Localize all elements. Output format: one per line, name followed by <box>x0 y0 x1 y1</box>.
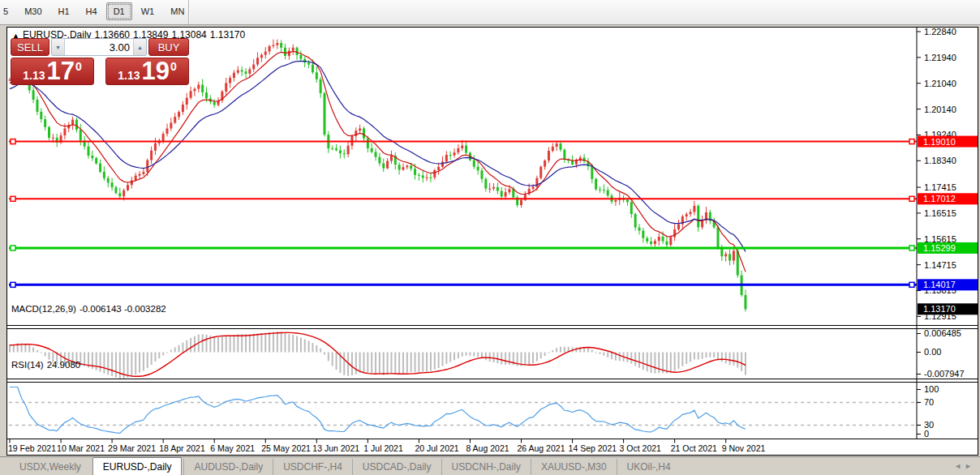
tab-usdchf-h4[interactable]: USDCHF-,H4 <box>273 459 352 475</box>
timeframe-m30[interactable]: M30 <box>17 2 49 20</box>
ask-quote[interactable]: 1.13 19 0 <box>105 58 189 85</box>
svg-text:1.17415: 1.17415 <box>924 182 956 192</box>
svg-text:1 Jul 2021: 1 Jul 2021 <box>363 443 403 453</box>
svg-text:1.14715: 1.14715 <box>924 260 956 270</box>
timeframe-5[interactable]: 5 <box>0 2 15 20</box>
svg-text:8 Aug 2021: 8 Aug 2021 <box>466 443 509 453</box>
svg-text:3 Oct 2021: 3 Oct 2021 <box>620 443 662 453</box>
date-axis: 19 Feb 202110 Mar 202129 Mar 202118 Apr … <box>8 439 766 454</box>
timeframe-h1[interactable]: H1 <box>51 2 77 20</box>
triangle-down-icon: ▼ <box>55 45 61 50</box>
timeframe-h4[interactable]: H4 <box>79 2 105 20</box>
macd-values: -0.006143 -0.003282 <box>80 304 166 314</box>
macd-pane <box>9 332 746 379</box>
rsi-label: RSI(14)24.9080 <box>11 360 84 370</box>
hline-1.14017[interactable] <box>9 282 917 287</box>
ask-pips: 19 <box>141 59 169 83</box>
svg-text:70: 70 <box>924 397 934 407</box>
bid-point: 0 <box>75 60 82 73</box>
svg-text:0.00: 0.00 <box>924 347 941 357</box>
toolbar-divider <box>188 0 189 24</box>
svg-text:29 Mar 2021: 29 Mar 2021 <box>108 443 156 453</box>
chart-canvas[interactable]: 1.228401.219401.210401.201401.192401.183… <box>7 28 978 455</box>
ask-prefix: 1.13 <box>118 69 140 82</box>
svg-text:9 Nov 2021: 9 Nov 2021 <box>722 443 766 453</box>
bid-pips: 17 <box>46 59 74 83</box>
ohlc-close: 1.13170 <box>210 29 245 41</box>
timeframe-buttons: 5M30H1H4D1W1MN <box>0 2 192 20</box>
tab-usdcnh-daily[interactable]: USDCNH-,Daily <box>441 459 531 475</box>
svg-text:1.18340: 1.18340 <box>924 156 956 165</box>
svg-text:1.21040: 1.21040 <box>924 79 956 88</box>
tab-eurusd-daily[interactable]: EURUSD-,Daily <box>92 457 183 475</box>
volume-decrease-button[interactable]: ▼ <box>52 39 65 55</box>
svg-text:1.17012: 1.17012 <box>923 194 956 203</box>
ask-point: 0 <box>170 60 177 73</box>
tab-scroll-right-icon[interactable]: ► <box>965 462 975 470</box>
svg-text:1.13170: 1.13170 <box>923 304 956 314</box>
rsi-values: 24.9080 <box>47 360 81 370</box>
svg-text:1.20140: 1.20140 <box>924 105 956 114</box>
volume-spinner: ▼ 3.00 ▲ <box>51 38 147 56</box>
svg-text:1.14017: 1.14017 <box>923 280 956 289</box>
timeframe-toolbar: 5M30H1H4D1W1MN <box>0 0 980 25</box>
chart-tab-bar: USDX,WeeklyEURUSD-,DailyAUDUSD-,DailyUSD… <box>0 456 980 475</box>
tab-usdx-weekly[interactable]: USDX,Weekly <box>10 459 91 475</box>
svg-text:100: 100 <box>924 384 939 394</box>
chart-window: 1.228401.219401.210401.201401.192401.183… <box>6 27 978 456</box>
sell-button[interactable]: SELL <box>11 38 49 56</box>
svg-text:1.16515: 1.16515 <box>924 208 956 218</box>
tabs: USDX,WeeklyEURUSD-,DailyAUDUSD-,DailyUSD… <box>10 457 681 475</box>
svg-text:25 May 2021: 25 May 2021 <box>261 443 311 453</box>
triangle-up-icon: ▲ <box>137 45 143 50</box>
hline-1.15299[interactable] <box>9 246 917 250</box>
tab-usdcad-daily[interactable]: USDCAD-,Daily <box>352 459 441 475</box>
svg-text:-0.007947: -0.007947 <box>924 369 965 379</box>
price-scale: 1.228401.219401.210401.201401.192401.183… <box>917 28 978 439</box>
macd-label: MACD(12,26,9)-0.006143 -0.003282 <box>11 304 170 314</box>
buy-button[interactable]: BUY <box>148 38 189 56</box>
tab-scroll-left-icon[interactable]: ◄ <box>954 462 965 470</box>
svg-text:6 May 2021: 6 May 2021 <box>210 443 255 453</box>
volume-increase-button[interactable]: ▲ <box>133 39 146 55</box>
svg-text:20 Jul 2021: 20 Jul 2021 <box>415 443 458 453</box>
one-click-trading-widget: SELL ▼ 3.00 ▲ BUY 1.13 17 0 1.13 19 0 <box>11 38 189 85</box>
svg-text:18 Apr 2021: 18 Apr 2021 <box>159 443 205 453</box>
rsi-pane <box>9 387 922 434</box>
svg-text:1.15299: 1.15299 <box>923 243 956 253</box>
svg-text:1.22840: 1.22840 <box>924 28 956 36</box>
tab-ukoil-h4[interactable]: UKOil-,H4 <box>617 459 681 475</box>
svg-text:10 Mar 2021: 10 Mar 2021 <box>57 443 105 453</box>
hline-1.19010[interactable] <box>9 139 917 144</box>
tab-xauusd-m30[interactable]: XAUUSD-,M30 <box>531 459 617 475</box>
timeframe-w1[interactable]: W1 <box>134 2 162 20</box>
svg-text:19 Feb 2021: 19 Feb 2021 <box>8 443 56 453</box>
rsi-name: RSI(14) <box>11 360 44 370</box>
svg-text:21 Oct 2021: 21 Oct 2021 <box>671 443 717 453</box>
macd-name: MACD(12,26,9) <box>11 304 76 314</box>
svg-text:0: 0 <box>924 429 929 439</box>
hline-1.17012[interactable] <box>9 196 917 201</box>
svg-text:1.21940: 1.21940 <box>924 53 956 62</box>
svg-text:14 Sep 2021: 14 Sep 2021 <box>569 443 617 453</box>
bid-prefix: 1.13 <box>23 69 45 82</box>
tab-audusd-daily[interactable]: AUDUSD-,Daily <box>183 459 273 475</box>
tab-scroll-arrows: ◄► <box>954 462 975 470</box>
timeframe-d1[interactable]: D1 <box>106 2 132 20</box>
svg-text:1.19010: 1.19010 <box>923 137 956 147</box>
svg-text:0.006485: 0.006485 <box>924 328 961 338</box>
bid-quote[interactable]: 1.13 17 0 <box>11 58 94 85</box>
svg-text:13 Jun 2021: 13 Jun 2021 <box>312 443 359 453</box>
volume-input[interactable]: 3.00 <box>65 39 133 55</box>
svg-text:26 Aug 2021: 26 Aug 2021 <box>518 443 565 453</box>
